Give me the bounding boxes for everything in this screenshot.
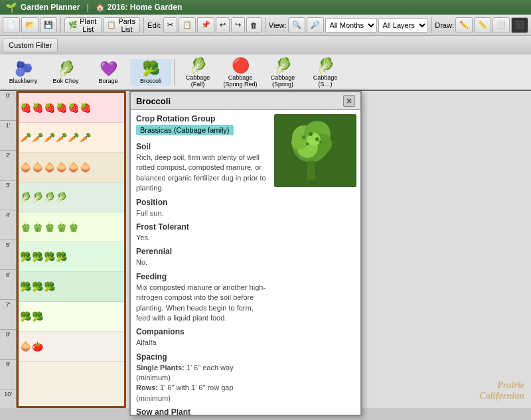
garden-plant: 🥕: [56, 132, 67, 143]
frost-section: Frost Tolerant Yes.: [136, 222, 269, 243]
cabbage-s-label: Cabbage (S…): [306, 74, 344, 88]
garden-plant: 🍓: [20, 102, 31, 113]
bokchoy-icon: 🥬: [57, 60, 75, 78]
garden-plant: 🫑: [20, 222, 31, 232]
zoom-out-btn[interactable]: 🔎: [307, 17, 324, 33]
svg-point-12: [306, 143, 309, 145]
garden-canvas[interactable]: 🍓 🍓 🍓 🍓 🍓 🍓 🥕 🥕 🥕 🥕 🥕 🥕 🧅 🧅 🧅 🧅 🧅 🧅 🥬: [17, 91, 126, 408]
watermark-line1: Prairie: [498, 380, 524, 390]
window-icon: 🏠: [96, 3, 105, 12]
feeding-heading: Feeding: [136, 272, 269, 281]
layers-select[interactable]: All Layers: [378, 18, 428, 33]
garden-row-7: 🥦 🥦: [19, 302, 124, 332]
cabbage-s-icon: 🥬: [317, 57, 335, 74]
separator-3: [265, 17, 266, 33]
close-button[interactable]: ×: [343, 95, 355, 107]
row-num-10: 10': [0, 389, 16, 408]
perennial-section: Perennial No.: [136, 247, 269, 267]
edit-delete-btn[interactable]: 🗑: [246, 17, 262, 33]
plant-item-bokchoy[interactable]: 🥬 Bok Choy: [45, 59, 86, 86]
parts-list-btn[interactable]: 📋 Parts List: [103, 17, 141, 33]
plant-bar: 🫐 Blackberry 🥬 Bok Choy 💜 Borage 🥦 Brocc…: [0, 54, 531, 91]
info-image-panel: [274, 110, 360, 416]
info-panel-header: Broccoli ×: [131, 92, 360, 110]
draw-line-btn[interactable]: 📏: [474, 17, 491, 33]
crop-rotation-tag: Brassicas (Cabbage family): [136, 125, 234, 135]
toolbar-new-btn[interactable]: 📄: [3, 17, 20, 33]
position-text: Full sun.: [136, 208, 269, 218]
garden-plant: 🥕: [44, 132, 55, 143]
edit-undo-btn[interactable]: ↩: [216, 17, 230, 33]
feeding-text: Mix composted manure or another high-nit…: [136, 283, 269, 324]
position-section: Position Full sun.: [136, 198, 269, 218]
garden-plant: 🥦: [32, 281, 43, 292]
garden-plant: 🍅: [32, 341, 43, 352]
garden-plant: 🍓: [44, 102, 55, 113]
edit-cut-btn[interactable]: ✂: [163, 17, 177, 33]
draw-rect-btn[interactable]: ⬜: [493, 17, 510, 33]
soil-heading: Soil: [136, 142, 269, 151]
cabbage-spring-red-label: Cabbage (Spring Red): [221, 74, 260, 88]
title-bar: 🌱 Garden Planner | 🏠 2016: Home Garden: [0, 0, 531, 15]
info-panel-content: Crop Rotation Group Brassicas (Cabbage f…: [131, 110, 360, 416]
broccoli-label: Broccoli: [140, 78, 161, 84]
garden-plant: 🧅: [56, 162, 67, 173]
toolbar-save-btn[interactable]: 💾: [40, 17, 57, 33]
garden-plant: 🥕: [32, 132, 43, 143]
row-num-3: 3': [0, 180, 16, 210]
plant-item-cabbage-spring[interactable]: 🥬 Cabbage (Spring): [262, 56, 303, 89]
companions-text: Alfalfa: [136, 338, 269, 348]
separator-2: [143, 17, 144, 33]
garden-plant: 🥕: [68, 132, 79, 143]
parts-list-icon: 📋: [107, 21, 116, 29]
garden-plant: 🫑: [68, 222, 79, 232]
edit-copy-btn[interactable]: 📋: [179, 17, 196, 33]
cabbage-spring-red-icon: 🔴: [232, 57, 250, 74]
cabbage-fall-label: Cabbage (Fall): [179, 74, 217, 88]
main-toolbar: 📄 📂 💾 🌿 Plant List 📋 Parts List Edit: ✂ …: [0, 15, 531, 36]
plant-item-blackberry[interactable]: 🫐 Blackberry: [3, 59, 44, 86]
crop-rotation-section: Crop Rotation Group Brassicas (Cabbage f…: [136, 114, 269, 138]
garden-row-3: 🥬 🥬 🥬 🥬: [19, 182, 124, 212]
toolbar-open-btn[interactable]: 📂: [21, 17, 38, 33]
frost-text: Yes.: [136, 233, 269, 243]
frost-heading: Frost Tolerant: [136, 222, 269, 232]
zoom-in-btn[interactable]: 🔍: [288, 17, 305, 33]
months-select[interactable]: All Months: [325, 18, 377, 33]
edit-redo-btn[interactable]: ↪: [231, 17, 245, 33]
garden-plant: 🍓: [68, 102, 79, 113]
draw-fill-btn[interactable]: ⬛: [511, 17, 528, 33]
garden-plant: 🥦: [20, 251, 31, 262]
garden-plant: 🧅: [80, 162, 91, 173]
plant-item-cabbage-spring-red[interactable]: 🔴 Cabbage (Spring Red): [220, 56, 261, 89]
garden-plant: 🥬: [20, 192, 31, 202]
plant-item-borage[interactable]: 💜 Borage: [88, 59, 129, 86]
view-label: View:: [269, 21, 287, 29]
row-num-5: 5': [0, 240, 16, 270]
app-icon: 🌱: [5, 2, 17, 13]
info-panel-title: Broccoli: [136, 96, 171, 106]
watermark-line2: Californian: [479, 391, 524, 401]
app-title: Garden Planner: [21, 3, 80, 12]
custom-filter-btn[interactable]: Custom Filter: [3, 38, 58, 52]
plant-item-broccoli[interactable]: 🥦 Broccoli: [130, 59, 171, 86]
garden-plant: 🍓: [80, 102, 91, 113]
soil-section: Soil Rich, deep soil, firm with plenty o…: [136, 142, 269, 194]
row-num-1: 1': [0, 121, 16, 151]
rows-text: Rows: 1' 6" with 1' 6" row gap (minimum): [136, 383, 269, 403]
broccoli-photo: [274, 114, 356, 187]
blackberry-icon: 🫐: [15, 60, 33, 78]
cabbage-spring-label: Cabbage (Spring): [264, 74, 302, 88]
plant-item-cabbage-s[interactable]: 🥬 Cabbage (S…): [305, 56, 346, 89]
garden-row-4: 🫑 🫑 🫑 🫑 🫑: [19, 212, 124, 242]
separator-4: [431, 17, 432, 33]
garden-row-6: 🥦 🥦 🥦: [19, 272, 124, 302]
garden-plant: 🥬: [32, 192, 43, 202]
plant-list-btn[interactable]: 🌿 Plant List: [64, 17, 102, 33]
edit-paste-btn[interactable]: 📌: [197, 17, 214, 33]
garden-plant: 🧅: [20, 341, 31, 352]
plant-item-cabbage-fall[interactable]: 🥬 Cabbage (Fall): [177, 56, 218, 89]
garden-plant: 🥦: [44, 251, 55, 262]
draw-pencil-btn[interactable]: ✏️: [455, 17, 473, 33]
companions-heading: Companions: [136, 327, 269, 336]
